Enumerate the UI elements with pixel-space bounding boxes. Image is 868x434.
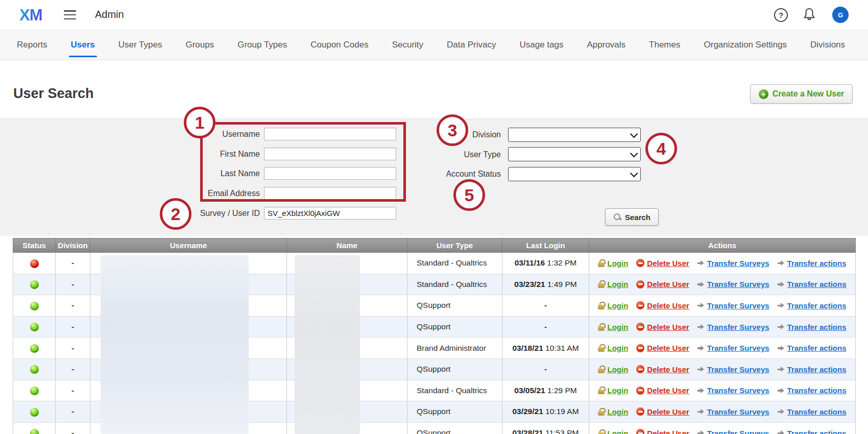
transfer-actions-link[interactable]: Transfer actions [778,429,847,434]
actions-group: LoginDelete UserTransfer SurveysTransfer… [589,407,855,416]
tab-reports[interactable]: Reports [17,30,47,60]
last-login-value: - [544,301,547,309]
delete-icon [636,387,644,395]
division-cell: - [56,253,90,274]
login-link[interactable]: Login [598,365,628,374]
transfer-actions-link[interactable]: Transfer actions [778,407,847,416]
delete-icon [636,344,644,352]
tab-organization-settings[interactable]: Organization Settings [704,30,787,60]
transfer-actions-link[interactable]: Transfer actions [778,344,847,352]
transfer-surveys-link[interactable]: Transfer Surveys [697,301,769,310]
login-link[interactable]: Login [598,407,628,416]
tab-data-privacy[interactable]: Data Privacy [447,30,496,60]
column-header-status: Status [13,238,56,253]
action-label: Transfer Surveys [707,301,769,310]
tab-group-types[interactable]: Group Types [237,30,287,60]
transfer-surveys-link[interactable]: Transfer Surveys [697,407,769,416]
status-cell [13,274,56,295]
transfer-actions-link[interactable]: Transfer actions [778,386,847,395]
action-label: Transfer actions [787,301,847,310]
user-avatar[interactable]: G [832,7,849,23]
status-cell [13,422,56,434]
transfer-arrow-icon [778,281,785,287]
account-status-select[interactable] [508,167,641,181]
action-label: Login [607,280,628,288]
first-name-input[interactable] [264,148,396,160]
transfer-actions-link[interactable]: Transfer actions [778,323,847,331]
action-label: Transfer actions [787,323,847,331]
transfer-arrow-icon [778,260,785,266]
login-link[interactable]: Login [598,323,628,331]
lock-icon [598,429,605,434]
search-button[interactable]: Search [605,208,659,226]
tab-groups[interactable]: Groups [185,30,214,60]
action-label: Transfer actions [787,344,847,352]
transfer-actions-link[interactable]: Transfer actions [778,259,847,268]
status-green-icon [30,344,39,353]
tab-user-types[interactable]: User Types [118,30,162,60]
transfer-surveys-link[interactable]: Transfer Surveys [697,259,769,268]
tab-approvals[interactable]: Approvals [587,30,625,60]
tab-divisions[interactable]: Divisions [810,30,845,60]
division-cell: - [56,401,90,423]
action-label: Login [607,407,628,416]
login-link[interactable]: Login [598,386,628,395]
transfer-surveys-link[interactable]: Transfer Surveys [697,386,769,395]
login-link[interactable]: Login [598,344,628,352]
tab-usage-tags[interactable]: Usage tags [519,30,563,60]
delete-user-link[interactable]: Delete User [636,301,689,310]
transfer-arrow-icon [697,302,705,308]
login-link[interactable]: Login [598,301,628,310]
division-value: - [71,428,74,434]
login-link[interactable]: Login [598,429,628,434]
delete-user-link[interactable]: Delete User [636,365,689,374]
delete-user-link[interactable]: Delete User [636,429,689,434]
login-link[interactable]: Login [598,259,628,268]
username-input[interactable] [264,128,396,140]
last-login-date: 03/05/21 [514,386,545,395]
actions-group: LoginDelete UserTransfer SurveysTransfer… [589,344,855,352]
login-link[interactable]: Login [598,280,628,288]
last-login-time: 10:19 AM [545,407,579,416]
survey-user-id-input[interactable] [264,207,396,220]
create-new-user-button[interactable]: + Create a New User [750,84,853,104]
delete-icon [636,429,644,434]
last-name-input[interactable] [264,167,396,180]
transfer-surveys-link[interactable]: Transfer Surveys [697,365,769,374]
division-value: - [71,365,74,373]
tab-themes[interactable]: Themes [649,30,680,60]
division-select[interactable] [508,128,641,142]
transfer-actions-link[interactable]: Transfer actions [778,301,847,310]
actions-group: LoginDelete UserTransfer SurveysTransfer… [589,301,855,310]
delete-user-link[interactable]: Delete User [636,259,689,268]
email-address-input[interactable] [264,187,396,200]
delete-user-link[interactable]: Delete User [636,323,689,331]
delete-user-link[interactable]: Delete User [636,386,689,395]
tab-security[interactable]: Security [392,30,423,60]
hamburger-menu-icon[interactable] [64,10,76,19]
transfer-surveys-link[interactable]: Transfer Surveys [697,429,769,434]
user-type-select[interactable] [508,147,641,161]
actions-group: LoginDelete UserTransfer SurveysTransfer… [589,259,855,268]
transfer-actions-link[interactable]: Transfer actions [778,280,847,288]
delete-user-link[interactable]: Delete User [636,280,689,288]
transfer-actions-link[interactable]: Transfer actions [778,365,847,374]
transfer-surveys-link[interactable]: Transfer Surveys [697,280,769,288]
actions-group: LoginDelete UserTransfer SurveysTransfer… [589,429,855,434]
action-label: Transfer actions [787,280,847,288]
delete-user-link[interactable]: Delete User [636,407,689,416]
user-type-cell: QSupport [407,358,502,380]
action-label: Login [607,344,628,352]
action-label: Transfer actions [787,407,847,416]
notifications-bell-icon[interactable] [803,7,816,21]
transfer-surveys-link[interactable]: Transfer Surveys [697,344,769,352]
status-cell [13,401,56,423]
transfer-surveys-link[interactable]: Transfer Surveys [697,323,769,331]
action-label: Transfer Surveys [707,280,769,288]
tab-users[interactable]: Users [71,30,95,60]
delete-user-link[interactable]: Delete User [636,344,689,352]
email-address-label: Email Address [158,189,260,198]
help-icon[interactable]: ? [774,8,788,22]
tab-coupon-codes[interactable]: Coupon Codes [310,30,368,60]
action-label: Transfer Surveys [707,344,769,352]
